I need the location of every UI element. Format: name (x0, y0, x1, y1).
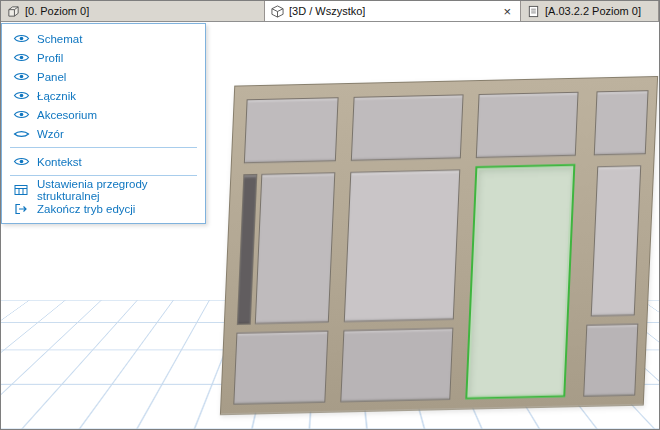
menu-item-label: Zakończ tryb edycji (37, 203, 135, 215)
eye-icon (12, 156, 30, 167)
menu-item-label: Profil (37, 52, 63, 64)
wall-panel[interactable] (351, 94, 464, 161)
menu-item-label: Kontekst (37, 156, 82, 168)
eye-icon (12, 90, 30, 101)
menu-item-label: Ustawienia przegrody strukturalnej (37, 178, 195, 202)
wall-panel[interactable] (340, 328, 453, 403)
menu-item-label: Łącznik (37, 90, 76, 102)
menu-item-settings[interactable]: Ustawienia przegrody strukturalnej (2, 180, 205, 199)
menu-item-exit-edit-mode[interactable]: Zakończ tryb edycji (2, 199, 205, 218)
tab-bar: [0. Poziom 0] [3D / Wszystko] × [A.03.2.… (1, 1, 659, 22)
eye-icon (12, 71, 30, 82)
section-icon (527, 5, 540, 18)
menu-item-panel[interactable]: Panel (2, 67, 205, 86)
selected-panel[interactable] (465, 164, 575, 400)
app-window: [0. Poziom 0] [3D / Wszystko] × [A.03.2.… (0, 0, 660, 430)
tab-label: [A.03.2.2 Poziom 0] (545, 5, 641, 17)
tab-label: [0. Poziom 0] (25, 5, 89, 17)
menu-item-label: Schemat (37, 33, 82, 45)
menu-item-label: Wzór (37, 128, 64, 140)
wall-panel[interactable] (591, 165, 642, 316)
wall-panel[interactable] (344, 169, 461, 322)
tab-label: [3D / Wszystko] (289, 5, 365, 17)
wall-panel[interactable] (583, 323, 638, 396)
menu-item-lacznik[interactable]: Łącznik (2, 86, 205, 105)
curtain-wall[interactable] (220, 76, 658, 415)
menu-item-schemat[interactable]: Schemat (2, 29, 205, 48)
context-menu-panel: Schemat Profil Panel Łącznik (1, 23, 206, 224)
eye-closed-icon (12, 128, 30, 139)
3d-view-icon (271, 5, 284, 18)
wall-panel[interactable] (233, 331, 328, 405)
menu-item-label: Akcesorium (37, 109, 97, 121)
menu-item-akcesorium[interactable]: Akcesorium (2, 105, 205, 124)
menu-item-kontekst[interactable]: Kontekst (2, 152, 205, 171)
menu-divider (10, 147, 197, 148)
eye-icon (12, 52, 30, 63)
settings-grid-icon (12, 184, 30, 196)
wall-panel[interactable] (594, 90, 649, 155)
eye-icon (12, 33, 30, 44)
tab-3d-view[interactable]: [3D / Wszystko] × (265, 1, 521, 21)
wall-panel[interactable] (476, 92, 579, 158)
wall-panel[interactable] (255, 172, 336, 324)
tab-section[interactable]: [A.03.2.2 Poziom 0] (521, 1, 659, 21)
menu-item-label: Panel (37, 71, 66, 83)
floor-plan-icon (7, 5, 20, 18)
close-icon[interactable]: × (500, 5, 514, 18)
tab-floor-plan[interactable]: [0. Poziom 0] (1, 1, 265, 21)
3d-viewport[interactable]: Schemat Profil Panel Łącznik (1, 22, 659, 429)
wall-panel[interactable] (244, 97, 339, 163)
menu-item-profil[interactable]: Profil (2, 48, 205, 67)
eye-icon (12, 109, 30, 120)
menu-item-wzor[interactable]: Wzór (2, 124, 205, 143)
exit-icon (12, 203, 30, 215)
wall-panel[interactable] (237, 174, 258, 325)
menu-divider (10, 175, 197, 176)
